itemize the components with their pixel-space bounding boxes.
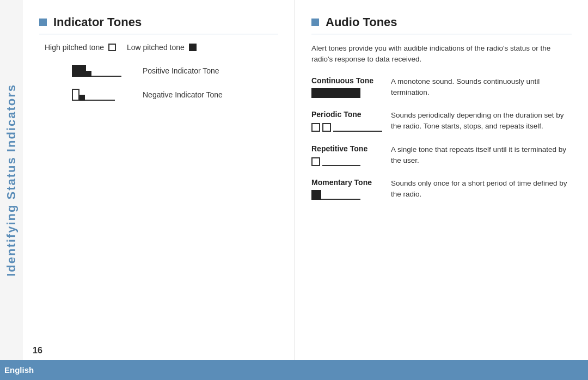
periodic-tone-diagram <box>311 122 382 132</box>
momentary-tone-name: Momentary Tone <box>311 178 382 187</box>
repetitive-tone-name: Repetitive Tone <box>311 144 382 153</box>
periodic-tone-name: Periodic Tone <box>311 110 382 119</box>
continuous-tone-left: Continuous Tone <box>311 76 382 98</box>
repetitive-tone-left: Repetitive Tone <box>311 144 382 166</box>
periodic-tone-description: Sounds periodically depending on the dur… <box>391 110 572 132</box>
indicator-tones-header: Indicator Tones <box>39 15 278 34</box>
momentary-tone-description: Sounds only once for a short period of t… <box>391 178 572 200</box>
positive-tone-label: Positive Indicator Tone <box>143 66 219 75</box>
continuous-tone-diagram <box>311 88 360 98</box>
high-pitched-icon <box>108 44 116 51</box>
indicator-tones-title: Indicator Tones <box>53 15 142 29</box>
negative-indicator-row: Negative Indicator Tone <box>72 89 278 101</box>
audio-tones-icon <box>311 19 319 26</box>
continuous-tone-description: A monotone sound. Sounds continuously un… <box>391 76 572 99</box>
right-panel: Audio Tones Alert tones provide you with… <box>295 0 588 360</box>
positive-tone-diagram <box>72 65 132 77</box>
audio-intro: Alert tones provide you with audible ind… <box>311 43 572 65</box>
repetitive-tone-description: A single tone that repeats itself until … <box>391 144 572 167</box>
continuous-tone-name: Continuous Tone <box>311 76 382 85</box>
high-pitched-label: High pitched tone <box>45 43 104 52</box>
continuous-tone-row: Continuous Tone A monotone sound. Sounds… <box>311 76 572 99</box>
high-pitched-item: High pitched tone <box>45 43 116 52</box>
momentary-tone-row: Momentary Tone Sounds only once for a sh… <box>311 178 572 200</box>
audio-tones-header: Audio Tones <box>311 15 572 34</box>
audio-tones-title: Audio Tones <box>326 15 397 29</box>
sidebar: Identifying Status Indicators <box>0 0 23 360</box>
low-pitched-icon <box>189 44 197 51</box>
low-pitched-item: Low pitched tone <box>127 43 197 52</box>
sidebar-label: Identifying Status Indicators <box>4 84 19 277</box>
repetitive-tone-diagram <box>311 156 360 166</box>
positive-indicator-row: Positive Indicator Tone <box>72 65 278 77</box>
periodic-tone-left: Periodic Tone <box>311 110 382 132</box>
indicator-tones-list: Positive Indicator Tone Negative Indicat… <box>72 65 278 101</box>
left-panel: Indicator Tones High pitched tone Low pi… <box>23 0 295 360</box>
periodic-tone-row: Periodic Tone Sounds periodically depend… <box>311 110 572 132</box>
language-label: English <box>4 365 34 375</box>
indicator-tones-icon <box>39 19 47 26</box>
bottom-bar: English <box>0 360 588 380</box>
momentary-tone-diagram <box>311 190 360 200</box>
negative-tone-diagram <box>72 89 132 101</box>
momentary-tone-left: Momentary Tone <box>311 178 382 200</box>
negative-tone-label: Negative Indicator Tone <box>143 90 223 99</box>
main-content: Indicator Tones High pitched tone Low pi… <box>23 0 588 360</box>
tone-legend: High pitched tone Low pitched tone <box>45 43 278 52</box>
repetitive-tone-row: Repetitive Tone A single tone that repea… <box>311 144 572 167</box>
low-pitched-label: Low pitched tone <box>127 43 185 52</box>
page-number: 16 <box>23 346 42 356</box>
